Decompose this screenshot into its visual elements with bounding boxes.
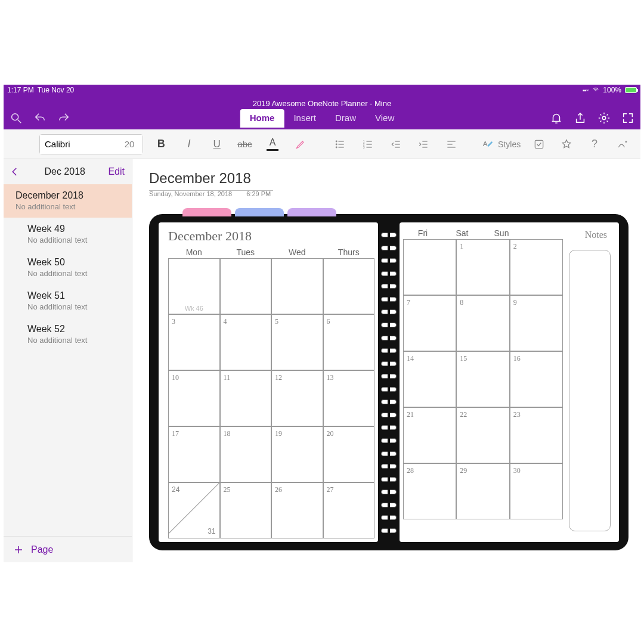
planner-notebook: December 2018 MonTuesWedThurs Wk 4634561… [149,214,628,550]
svg-point-5 [336,147,338,148]
wifi-icon [592,86,599,94]
svg-text:3: 3 [363,145,365,148]
calendar-cell[interactable]: 17 [168,426,220,482]
svg-line-29 [169,483,219,534]
calendar-cell[interactable]: 2 [510,239,563,295]
calendar-cell[interactable]: 7 [403,295,456,351]
underline-button[interactable]: U [207,134,227,154]
page-list-item[interactable]: Week 50No additional text [4,251,132,284]
calendar-cell[interactable]: 29 [456,463,509,519]
calendar-cell[interactable]: 22 [456,407,509,463]
calendar-cell[interactable]: 20 [323,426,375,482]
calendar-cell[interactable]: 9 [510,295,563,351]
calendar-cell[interactable]: 13 [323,370,375,426]
calendar-cell[interactable] [220,258,272,314]
page-list-item[interactable]: Week 51No additional text [4,284,132,318]
planner-tab-1[interactable] [182,208,231,216]
outdent-button[interactable] [386,134,405,154]
calendar-cell[interactable] [271,258,323,314]
indent-button[interactable] [414,134,434,154]
settings-icon[interactable] [597,112,611,125]
strikethrough-button[interactable]: abc [235,134,255,154]
ink-to-text-button[interactable] [612,134,632,154]
tab-home[interactable]: Home [240,109,284,128]
tab-draw[interactable]: Draw [326,109,366,128]
calendar-cell[interactable]: 5 [271,314,323,370]
planner-grid-left: Wk 46345610111213171819202431252627 [168,258,374,538]
font-size-input[interactable] [116,135,143,154]
bold-button[interactable]: B [151,134,171,154]
font-color-button[interactable]: A [263,134,283,154]
italic-button[interactable]: I [179,134,199,154]
star-tag-button[interactable] [557,134,577,154]
planner-left-page: December 2018 MonTuesWedThurs Wk 4634561… [159,222,378,542]
sidebar-back-button[interactable] [8,165,21,178]
planner-tab-3[interactable] [287,208,336,216]
share-icon[interactable] [574,112,587,125]
page-item-sub: No additional text [27,269,121,278]
calendar-cell[interactable]: 16 [510,351,563,407]
page-list-item[interactable]: Week 49No additional text [4,218,132,251]
svg-rect-25 [535,140,543,148]
question-tag-button[interactable]: ? [585,134,605,154]
calendar-cell[interactable]: 21 [403,407,456,463]
calendar-cell[interactable]: 6 [323,314,375,370]
add-page-button[interactable]: Page [4,536,132,562]
calendar-cell[interactable]: 14 [403,351,456,407]
planner-notes-box[interactable] [569,250,611,531]
font-picker[interactable] [39,134,143,154]
plus-icon [13,544,24,555]
signal-icon: ▪▪▫▫ [583,87,589,94]
day-header: Thurs [323,247,375,257]
page-item-title: Week 51 [27,290,121,301]
calendar-cell[interactable]: 15 [456,351,509,407]
calendar-cell[interactable]: 27 [323,482,375,538]
calendar-cell[interactable]: 12 [271,370,323,426]
align-button[interactable] [442,134,462,154]
home-ribbon: B I U abc A 123 AStyles ? [4,129,640,159]
calendar-cell[interactable]: 11 [220,370,272,426]
page-item-title: Week 50 [27,257,121,268]
font-name-input[interactable] [40,135,116,154]
svg-line-1 [18,120,21,123]
tab-view[interactable]: View [366,109,404,128]
calendar-cell[interactable]: 25 [220,482,272,538]
calendar-cell[interactable]: 19 [271,426,323,482]
calendar-cell[interactable]: 2431 [168,482,220,538]
page-item-sub: No additional text [27,336,121,345]
todo-tag-button[interactable] [529,134,549,154]
styles-button[interactable]: AStyles [481,134,521,154]
highlight-button[interactable] [290,134,310,154]
page-canvas[interactable]: December 2018 Sunday, November 18, 2018 … [132,159,640,562]
number-list-button[interactable]: 123 [358,134,378,154]
calendar-cell[interactable]: 8 [456,295,509,351]
calendar-cell[interactable]: 26 [271,482,323,538]
calendar-cell[interactable]: 4 [220,314,272,370]
fullscreen-icon[interactable] [621,112,634,125]
redo-icon[interactable] [57,112,70,125]
page-list-item[interactable]: December 2018No additional text [4,184,132,218]
sidebar-edit-button[interactable]: Edit [108,166,125,177]
page-list-item[interactable]: Week 52No additional text [4,318,132,351]
planner-tab-2[interactable] [235,208,284,216]
calendar-cell[interactable]: Wk 46 [168,258,220,314]
calendar-cell[interactable]: 3 [168,314,220,370]
page-title[interactable]: December 2018 [132,159,640,188]
calendar-cell[interactable]: 23 [510,407,563,463]
calendar-cell[interactable]: 28 [403,463,456,519]
calendar-cell[interactable] [323,258,375,314]
calendar-cell[interactable]: 30 [510,463,563,519]
bell-icon[interactable] [550,112,563,125]
page-item-title: Week 52 [27,324,121,335]
calendar-cell[interactable] [403,239,456,295]
calendar-cell[interactable]: 18 [220,426,272,482]
calendar-cell[interactable]: 10 [168,370,220,426]
search-icon[interactable] [10,112,23,125]
day-header: Wed [271,247,323,257]
page-time: 6:29 PM [246,190,271,197]
undo-icon[interactable] [33,112,47,125]
tab-insert[interactable]: Insert [284,109,326,128]
calendar-cell[interactable]: 1 [456,239,509,295]
bullet-list-button[interactable] [330,134,350,154]
page-item-title: December 2018 [16,190,121,201]
